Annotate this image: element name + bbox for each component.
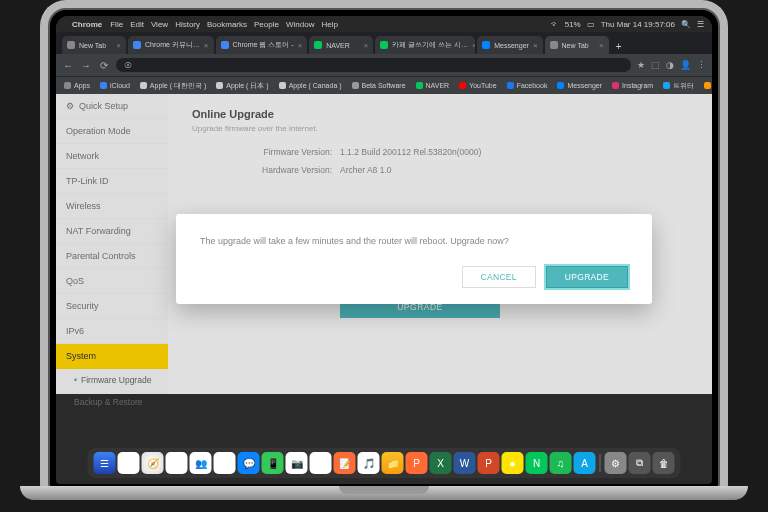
mac-menubar: Chrome FileEditViewHistoryBookmarksPeopl… [56, 16, 712, 32]
dock-app-icon[interactable]: 💬 [238, 452, 260, 474]
menu-app[interactable]: Chrome [72, 20, 102, 29]
browser-tab[interactable]: New Tab× [545, 36, 609, 54]
menu-window[interactable]: Window [286, 20, 314, 29]
sidebar-item-network[interactable]: Network [56, 144, 168, 169]
address-bar: ← → ⟳ ⦿ ★ ⬚ ◑ 👤 ⋮ [56, 54, 712, 76]
menu-history[interactable]: History [175, 20, 200, 29]
dock-app-icon[interactable]: 📝 [334, 452, 356, 474]
sidebar-item-quick-setup[interactable]: ⚙Quick Setup [56, 94, 168, 119]
reload-icon[interactable]: ⟳ [98, 60, 110, 71]
search-icon[interactable]: 🔍 [681, 20, 691, 29]
bookmark-item[interactable]: Apple ( 대한민국 ) [140, 81, 206, 91]
menu-icon[interactable]: ☰ [697, 20, 704, 29]
browser-tab[interactable]: 카페 글쓰기에 쓰는 시…× [375, 36, 475, 54]
sidebar-item-system[interactable]: System [56, 344, 168, 369]
dock-app-icon[interactable]: W [454, 452, 476, 474]
dock-app-icon[interactable]: ☰ [94, 452, 116, 474]
sidebar-item-nat-forwarding[interactable]: NAT Forwarding [56, 219, 168, 244]
bookmark-item[interactable]: Facebook [507, 82, 548, 89]
dock-app-icon[interactable]: 🎵 [358, 452, 380, 474]
dock-app-icon[interactable]: 📷 [286, 452, 308, 474]
profile-icon[interactable]: 👤 [680, 60, 691, 70]
close-tab-icon[interactable]: × [364, 41, 369, 50]
bookmark-item[interactable]: Amazon [704, 82, 712, 89]
forward-icon[interactable]: → [80, 60, 92, 71]
dock-app-icon[interactable] [118, 452, 140, 474]
menu-edit[interactable]: Edit [130, 20, 144, 29]
close-tab-icon[interactable]: × [204, 41, 209, 50]
bookmark-item[interactable]: NAVER [416, 82, 450, 89]
close-tab-icon[interactable]: × [533, 41, 538, 50]
cancel-button[interactable]: CANCEL [462, 266, 536, 288]
bookmark-item[interactable]: YouTube [459, 82, 497, 89]
browser-tab[interactable]: Chrome 커뮤니…× [128, 36, 214, 54]
bookmark-item[interactable]: Apps [64, 82, 90, 89]
close-tab-icon[interactable]: × [472, 41, 475, 50]
gear-icon: ⚙ [66, 101, 74, 111]
dock-app-icon[interactable]: X [430, 452, 452, 474]
close-tab-icon[interactable]: × [599, 41, 604, 50]
dock-app-icon[interactable]: ✉ [166, 452, 188, 474]
browser-tab[interactable]: New Tab× [62, 36, 126, 54]
bookmark-item[interactable]: Apple ( Canada ) [279, 82, 342, 89]
dock-app-icon[interactable]: 👥 [190, 452, 212, 474]
menu-dots-icon[interactable]: ⋮ [697, 60, 706, 70]
laptop-notch [339, 486, 429, 494]
fw-version-value: 1.1.2 Build 200112 Rel.53820n(0000) [340, 147, 481, 157]
extension-icon[interactable]: ⬚ [651, 60, 660, 70]
extension-icon[interactable]: ★ [637, 60, 645, 70]
dock-app-icon[interactable]: 🗑 [653, 452, 675, 474]
dock-app-icon[interactable]: 📁 [382, 452, 404, 474]
close-tab-icon[interactable]: × [116, 41, 121, 50]
wifi-icon[interactable]: ᯤ [551, 20, 559, 29]
bookmark-item[interactable]: iCloud [100, 82, 130, 89]
dock-app-icon[interactable]: 📱 [262, 452, 284, 474]
dock-app-icon[interactable]: 14 [310, 452, 332, 474]
dock-app-icon[interactable]: P [478, 452, 500, 474]
clock: Thu Mar 14 19:57:06 [601, 20, 675, 29]
bookmark-item[interactable]: 트위터 [663, 81, 694, 91]
dock-app-icon[interactable]: 🗺 [214, 452, 236, 474]
hw-version-label: Hardware Version: [192, 165, 332, 175]
bookmark-item[interactable]: Instagram [612, 82, 653, 89]
back-icon[interactable]: ← [62, 60, 74, 71]
dock-app-icon[interactable]: ⧉ [629, 452, 651, 474]
bookmark-item[interactable]: Messenger [557, 82, 602, 89]
dock-app-icon[interactable]: ⚙ [605, 452, 627, 474]
menu-people[interactable]: People [254, 20, 279, 29]
menu-view[interactable]: View [151, 20, 168, 29]
close-tab-icon[interactable]: × [298, 41, 303, 50]
menu-help[interactable]: Help [321, 20, 337, 29]
mac-dock: ☰🧭✉👥🗺💬📱📷14📝🎵📁PXWP●N♫A⚙⧉🗑 [88, 448, 681, 478]
browser-tab[interactable]: NAVER× [309, 36, 373, 54]
dock-app-icon[interactable]: N [526, 452, 548, 474]
dock-app-icon[interactable]: A [574, 452, 596, 474]
browser-tab[interactable]: Chrome 웹 스토어 -× [216, 36, 308, 54]
sidebar-item-tp-link-id[interactable]: TP-Link ID [56, 169, 168, 194]
bookmark-item[interactable]: Apple ( 日本 ) [216, 81, 268, 91]
extension-icon[interactable]: ◑ [666, 60, 674, 70]
battery-icon: ▭ [587, 20, 595, 29]
sidebar-sub-backup-restore[interactable]: Backup & Restore [56, 391, 168, 413]
menu-bookmarks[interactable]: Bookmarks [207, 20, 247, 29]
bookmark-item[interactable]: Beta Software [352, 82, 406, 89]
omnibox[interactable]: ⦿ [116, 58, 631, 72]
dock-app-icon[interactable]: 🧭 [142, 452, 164, 474]
new-tab-button[interactable]: + [611, 38, 627, 54]
sidebar-item-security[interactable]: Security [56, 294, 168, 319]
sidebar-item-wireless[interactable]: Wireless [56, 194, 168, 219]
sidebar-sub-firmware-upgrade[interactable]: Firmware Upgrade [56, 369, 168, 391]
sidebar-item-parental-controls[interactable]: Parental Controls [56, 244, 168, 269]
sidebar-item-operation-mode[interactable]: Operation Mode [56, 119, 168, 144]
dock-app-icon[interactable]: P [406, 452, 428, 474]
dock-app-icon[interactable]: ♫ [550, 452, 572, 474]
menu-file[interactable]: File [110, 20, 123, 29]
chrome-window: New Tab×Chrome 커뮤니…×Chrome 웹 스토어 -×NAVER… [56, 32, 712, 394]
modal-message: The upgrade will take a few minutes and … [200, 236, 628, 246]
browser-tab[interactable]: Messenger× [477, 36, 542, 54]
sidebar-item-ipv6[interactable]: IPv6 [56, 319, 168, 344]
dock-app-icon[interactable]: ● [502, 452, 524, 474]
confirm-upgrade-button[interactable]: UPGRADE [546, 266, 628, 288]
sidebar-item-qos[interactable]: QoS [56, 269, 168, 294]
router-admin-page: ⚙Quick SetupOperation ModeNetworkTP-Link… [56, 94, 712, 394]
